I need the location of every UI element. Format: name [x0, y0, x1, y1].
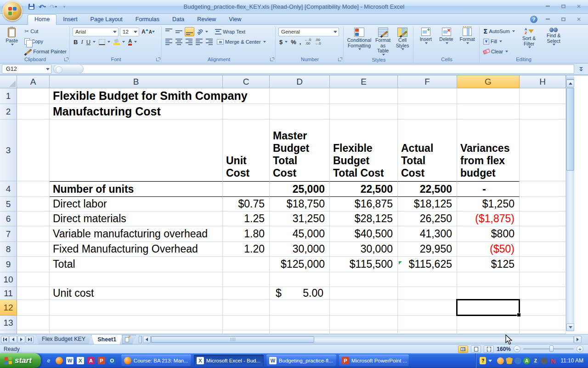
row-header-13[interactable]: 13	[0, 316, 17, 330]
column-header-G[interactable]: G	[457, 75, 520, 88]
increase-indent-button[interactable]	[205, 37, 214, 46]
cell-D5[interactable]: $18,750	[270, 197, 330, 212]
cell-C3[interactable]: Unit Cost	[223, 120, 270, 181]
bottom-align-button[interactable]	[185, 27, 194, 36]
cut-button[interactable]: ✂Cut	[23, 27, 68, 36]
cell-A5[interactable]	[17, 197, 50, 212]
cell-E10[interactable]	[330, 272, 398, 287]
workbook-minimize-button[interactable]	[542, 16, 553, 23]
scroll-left-button[interactable]	[143, 336, 151, 343]
cell-A6[interactable]	[17, 212, 50, 226]
cell-C4[interactable]	[223, 181, 270, 197]
delete-cells-button[interactable]: Delete	[437, 27, 456, 56]
page-break-view-button[interactable]	[484, 345, 494, 353]
cell-H7[interactable]	[520, 226, 566, 242]
cell-H2[interactable]	[520, 104, 566, 120]
zoom-out-button[interactable]: −	[514, 345, 520, 352]
comma-style-button[interactable]: ,	[299, 37, 302, 46]
bold-button[interactable]: B	[73, 37, 79, 46]
cell-A4[interactable]	[17, 181, 50, 197]
row-header-12[interactable]: 12	[0, 300, 17, 316]
cell-B7[interactable]: Variable manufacturing overhead	[50, 226, 223, 242]
quick-launch-ie-icon[interactable]: e	[45, 356, 53, 365]
cell-A7[interactable]	[17, 226, 50, 242]
cell-E2[interactable]	[330, 104, 398, 120]
close-button[interactable]: ✕	[573, 3, 584, 10]
previous-sheet-button[interactable]	[9, 336, 17, 343]
format-painter-button[interactable]: Format Painter	[23, 47, 68, 56]
cell-G7[interactable]: $800	[457, 226, 520, 242]
expand-formula-bar-button[interactable]	[576, 64, 586, 74]
tray-smiley-icon[interactable]	[497, 357, 504, 364]
tab-home[interactable]: Home	[28, 14, 57, 25]
cell-B11[interactable]: Unit cost	[50, 287, 223, 300]
cell-E8[interactable]: 30,000	[330, 242, 398, 257]
grow-font-button[interactable]: A	[141, 27, 147, 36]
top-align-button[interactable]	[164, 27, 173, 36]
merge-center-button[interactable]: Merge & Center	[216, 37, 267, 46]
fill-color-button[interactable]	[113, 37, 126, 46]
cell-A2[interactable]	[17, 104, 50, 120]
row-header-10[interactable]: 10	[0, 272, 17, 287]
start-button[interactable]: start	[0, 353, 41, 368]
tray-norton-icon[interactable]: N	[549, 357, 556, 364]
cell-C9[interactable]	[223, 257, 270, 272]
cell-D7[interactable]: 45,000	[270, 226, 330, 242]
cell-G4[interactable]: -	[457, 181, 520, 197]
cell-H1[interactable]	[520, 88, 566, 104]
decrease-indent-button[interactable]	[195, 37, 204, 46]
cell-C5[interactable]: $0.75	[223, 197, 270, 212]
cell-H13[interactable]	[520, 316, 566, 330]
cell-F11[interactable]	[398, 287, 457, 300]
help-icon[interactable]: ?	[530, 16, 537, 23]
name-box[interactable]: G12	[2, 64, 51, 74]
cell-G3[interactable]: Variances from flex budget	[457, 120, 520, 181]
column-header-B[interactable]: B	[50, 75, 223, 88]
first-sheet-button[interactable]	[1, 336, 9, 343]
cell-B13[interactable]	[50, 316, 223, 330]
row-header-7[interactable]: 7	[0, 226, 17, 242]
cell-H9[interactable]	[520, 257, 566, 272]
cell-E1[interactable]	[330, 88, 398, 104]
scroll-up-button[interactable]	[566, 80, 574, 87]
cell-D13[interactable]	[270, 316, 330, 330]
cell-G8[interactable]: ($50)	[457, 242, 520, 257]
cell-B8[interactable]: Fixed Manufacturing Overhead	[50, 242, 223, 257]
cell-D8[interactable]: 30,000	[270, 242, 330, 257]
cell-C2[interactable]	[223, 104, 270, 120]
cell-B10[interactable]	[50, 272, 223, 287]
vertical-scroll-thumb[interactable]	[566, 88, 574, 171]
cell-H10[interactable]	[520, 272, 566, 287]
zoom-level[interactable]: 160%	[497, 346, 511, 352]
borders-button[interactable]	[98, 37, 111, 46]
sort-filter-button[interactable]: AZ Sort & Filter	[518, 27, 541, 56]
cell-G5[interactable]: $1,250	[457, 197, 520, 212]
cell-E4[interactable]: 22,500	[330, 181, 398, 197]
cell-F10[interactable]	[398, 272, 457, 287]
cell-F6[interactable]: 26,250	[398, 212, 457, 226]
row-header-9[interactable]: 9	[0, 257, 17, 272]
task-button-firefox[interactable]: Course: BA 213: Man...	[121, 355, 191, 367]
cell-E13[interactable]	[330, 316, 398, 330]
cell-D6[interactable]: 31,250	[270, 212, 330, 226]
row-header-3[interactable]: 3	[0, 120, 17, 181]
cell-G11[interactable]	[457, 287, 520, 300]
tray-tools-icon[interactable]	[514, 357, 521, 364]
quick-launch-access-icon[interactable]: A	[87, 356, 95, 365]
workbook-restore-button[interactable]	[558, 16, 569, 23]
row-header-2[interactable]: 2	[0, 104, 17, 120]
cell-A3[interactable]	[17, 120, 50, 181]
cell-F13[interactable]	[398, 316, 457, 330]
help-tray-icon[interactable]: ?	[480, 357, 486, 364]
cell-A10[interactable]	[17, 272, 50, 287]
format-as-table-button[interactable]: Format as Table	[373, 27, 393, 57]
scroll-down-button[interactable]	[566, 323, 574, 331]
cell-D12[interactable]	[270, 300, 330, 316]
vertical-scrollbar[interactable]	[566, 75, 574, 331]
clipboard-dialog-launcher[interactable]	[64, 58, 68, 62]
row-header-11[interactable]: 11	[0, 287, 17, 300]
horizontal-scroll-thumb[interactable]	[151, 336, 314, 343]
cell-D11[interactable]: $5.00	[270, 287, 330, 300]
cell-C12[interactable]	[223, 300, 270, 316]
alignment-dialog-launcher[interactable]	[270, 58, 274, 62]
